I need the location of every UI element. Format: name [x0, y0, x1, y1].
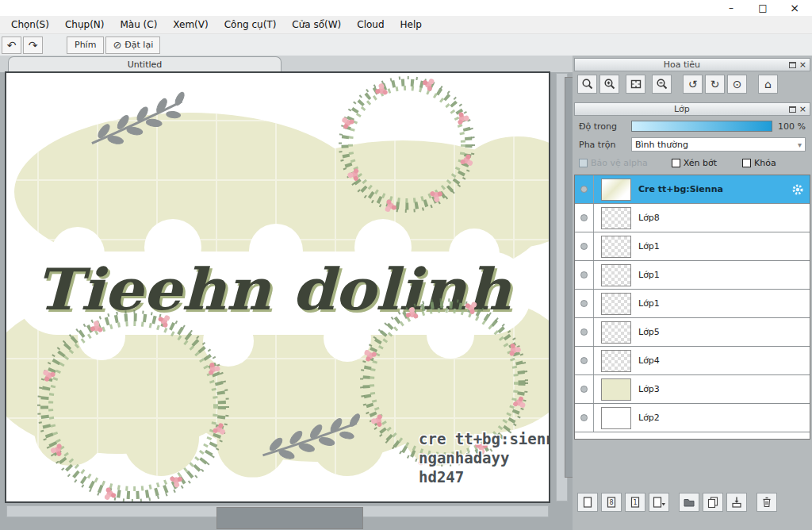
- layer-row[interactable]: Lớp4: [575, 347, 810, 375]
- zoom-out-button[interactable]: [652, 75, 672, 94]
- layer-thumbnail: [601, 179, 631, 201]
- duplicate-layer-button[interactable]: [703, 493, 723, 512]
- zoom-in-icon: [603, 78, 616, 90]
- layer-row[interactable]: Lớp2: [575, 404, 810, 432]
- redo-button[interactable]: ↷: [23, 36, 43, 54]
- menu-item-chon[interactable]: Chọn(S): [3, 17, 57, 33]
- canvas-vertical-scrollbar[interactable]: [556, 73, 568, 501]
- layer-row[interactable]: Lớp1: [575, 232, 810, 261]
- undo-button[interactable]: ↶: [2, 36, 21, 54]
- layer-visibility-toggle[interactable]: [575, 318, 594, 346]
- layer-thumbnail: [601, 407, 631, 429]
- add-8bit-layer-button[interactable]: 8: [601, 493, 622, 512]
- side-panel: Hoa tiêu × ↺ ↻ ⊙ ⌂ Lớp × Độ trong 100 % …: [573, 56, 812, 530]
- visibility-dot-icon: [580, 271, 588, 278]
- add-layer-menu-button[interactable]: [649, 493, 669, 512]
- layer-visibility-toggle[interactable]: [575, 404, 594, 432]
- zoom-in-button[interactable]: [599, 75, 619, 94]
- key-button[interactable]: Phím: [67, 36, 104, 54]
- layer-visibility-toggle[interactable]: [575, 347, 594, 374]
- visibility-dot-icon: [580, 300, 588, 307]
- close-button[interactable]: ×: [779, 0, 810, 16]
- layer-row[interactable]: Lớp3: [575, 375, 810, 404]
- clipping-checkbox[interactable]: Xén bớt: [672, 158, 717, 168]
- blend-mode-select[interactable]: Bình thường ▾: [631, 137, 806, 152]
- layer-thumbnail: [601, 207, 631, 229]
- visibility-dot-icon: [580, 414, 588, 421]
- layers-title: Lớp: [575, 104, 789, 114]
- detach-panel-icon[interactable]: [789, 106, 796, 113]
- layer-name: Lớp1: [638, 298, 660, 309]
- visibility-dot-icon: [580, 386, 588, 393]
- menu-bar: Chọn(S) Chụp(N) Màu (C) Xem(V) Công cụ(T…: [0, 16, 812, 34]
- add-layer-button[interactable]: [577, 493, 598, 512]
- reset-button[interactable]: ⊘ Đặt lại: [105, 36, 160, 54]
- navigator-close-icon[interactable]: ×: [799, 60, 806, 69]
- rotate-left-icon: ↺: [688, 78, 698, 90]
- layer-row[interactable]: Lớp1: [575, 290, 810, 318]
- layer-visibility-toggle[interactable]: [575, 204, 594, 232]
- layer-thumbnail: [601, 350, 631, 372]
- redo-icon: ↷: [29, 39, 38, 52]
- detach-panel-icon[interactable]: [789, 62, 796, 68]
- 8bit-layer-icon: 8: [605, 496, 618, 509]
- add-1bit-layer-button[interactable]: 1: [625, 493, 645, 512]
- visibility-dot-icon: [580, 328, 588, 336]
- layer-settings-gear-icon[interactable]: [791, 183, 804, 196]
- layer-name: Lớp8: [638, 213, 660, 223]
- visibility-dot-icon: [580, 357, 588, 364]
- horizontal-scroll-thumb[interactable]: [216, 507, 363, 529]
- layer-visibility-toggle[interactable]: [575, 290, 594, 317]
- layer-visibility-toggle[interactable]: [575, 175, 594, 203]
- lock-checkbox[interactable]: Khóa: [742, 158, 776, 168]
- menu-item-congcu[interactable]: Công cụ(T): [216, 17, 285, 33]
- blend-row: Pha trộn Bình thường ▾: [579, 137, 806, 152]
- credit-line-2: nganhadayy: [419, 449, 509, 467]
- reset-icon: ⊘: [113, 39, 121, 51]
- title-bar: – □ ×: [0, 0, 812, 16]
- key-button-label: Phím: [75, 40, 96, 50]
- magnifier-icon: [581, 78, 594, 90]
- rotate-right-button[interactable]: ↻: [705, 75, 725, 94]
- checkbox-icon: [742, 159, 751, 167]
- delete-layer-button[interactable]: [756, 493, 777, 512]
- menu-item-mau[interactable]: Màu (C): [112, 17, 165, 33]
- canvas[interactable]: Tieehn dolinh Tieehn dolinh: [6, 73, 549, 501]
- document-tab[interactable]: Untitled: [8, 56, 282, 72]
- layer-row[interactable]: Lớp1: [575, 261, 810, 290]
- add-folder-button[interactable]: [679, 493, 699, 512]
- zoom-out-icon: [656, 78, 668, 90]
- tool-bar: ↶ ↷ Phím ⊘ Đặt lại: [0, 34, 812, 56]
- menu-item-cuaso[interactable]: Cửa sổ(W): [284, 17, 349, 33]
- maximize-button[interactable]: □: [747, 0, 779, 16]
- credit-line-1: cre tt+bg:sienna: [419, 430, 549, 447]
- merge-layer-button[interactable]: [726, 493, 747, 512]
- new-layer-icon: [581, 496, 594, 509]
- layer-row[interactable]: Lớp5: [575, 318, 810, 347]
- opacity-slider[interactable]: [631, 121, 772, 132]
- menu-item-xem[interactable]: Xem(V): [165, 17, 216, 33]
- layer-visibility-toggle[interactable]: [575, 232, 594, 260]
- layers-close-icon[interactable]: ×: [799, 105, 806, 113]
- fit-screen-icon: [630, 78, 642, 90]
- layer-row[interactable]: Cre tt+bg:Sienna: [575, 175, 810, 204]
- fit-screen-button[interactable]: [626, 75, 645, 94]
- reset-view-button[interactable]: ⌂: [758, 75, 778, 94]
- layer-thumbnail: [601, 293, 631, 315]
- protect-alpha-checkbox[interactable]: Bảo vệ alpha: [579, 158, 648, 168]
- minimize-button[interactable]: –: [715, 0, 747, 16]
- layer-list: Cre tt+bg:Sienna Lớp8 Lớp1 Lớp1 Lớp1: [574, 175, 810, 440]
- reset-rotation-button[interactable]: ⊙: [727, 75, 747, 94]
- layer-row[interactable]: Lớp8: [575, 204, 810, 232]
- svg-text:8: 8: [609, 499, 613, 506]
- layer-visibility-toggle[interactable]: [575, 261, 594, 289]
- layer-visibility-toggle[interactable]: [575, 375, 594, 403]
- menu-item-help[interactable]: Help: [393, 17, 430, 33]
- layer-actions-toolbar: 8 1: [577, 493, 780, 512]
- zoom-tool-button[interactable]: [577, 75, 597, 94]
- menu-item-cloud[interactable]: Cloud: [349, 17, 392, 33]
- navigator-panel-header: Hoa tiêu ×: [574, 58, 810, 71]
- canvas-horizontal-scrollbar[interactable]: [6, 505, 549, 517]
- rotate-left-button[interactable]: ↺: [683, 75, 703, 94]
- menu-item-chup[interactable]: Chụp(N): [57, 17, 113, 33]
